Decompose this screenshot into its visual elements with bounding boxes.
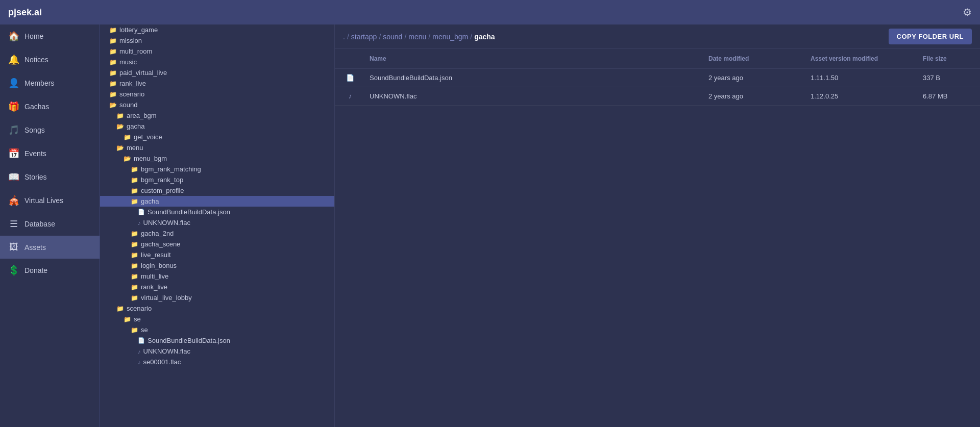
- file-list-header: Name Date modified Asset version modifie…: [335, 49, 980, 69]
- tree-item-scenario[interactable]: 📁scenario: [100, 303, 334, 314]
- copy-folder-url-button[interactable]: COPY FOLDER URL: [889, 29, 972, 44]
- sidebar-item-label-notices: Notices: [24, 56, 48, 64]
- donate-icon: 💲: [8, 265, 19, 276]
- tree-folder-icon: 📁: [109, 69, 117, 77]
- breadcrumb-link-startapp[interactable]: startapp: [351, 33, 377, 41]
- breadcrumb-separator: /: [347, 33, 349, 41]
- breadcrumb-link-menu_bgm[interactable]: menu_bgm: [432, 33, 468, 41]
- tree-item-get_voice[interactable]: 📁get_voice: [100, 132, 334, 142]
- sidebar-item-notices[interactable]: 🔔Notices: [0, 48, 100, 71]
- tree-folder-icon: 📁: [109, 37, 117, 44]
- tree-folder-icon: 📁: [116, 112, 124, 119]
- tree-item-area_bgm[interactable]: 📁area_bgm: [100, 110, 334, 121]
- tree-folder-icon: 📁: [131, 187, 138, 194]
- settings-icon[interactable]: ⚙: [963, 6, 972, 18]
- tree-item-se[interactable]: 📁se: [100, 324, 334, 335]
- tree-item-label: menu_bgm: [134, 155, 167, 162]
- database-icon: ☰: [8, 218, 19, 230]
- table-row[interactable]: ♪UNKNOWN.flac2 years ago1.12.0.256.87 MB: [335, 87, 980, 106]
- tree-item-SoundBundleBuildData-json[interactable]: 📄SoundBundleBuildData.json: [100, 335, 334, 346]
- home-icon: 🏠: [8, 31, 19, 42]
- tree-item-menu_bgm[interactable]: 📂menu_bgm: [100, 153, 334, 164]
- tree-item-gacha[interactable]: 📁gacha: [100, 196, 334, 207]
- table-row[interactable]: 📄SoundBundleBuildData.json2 years ago1.1…: [335, 69, 980, 87]
- tree-item-bgm_rank_top[interactable]: 📁bgm_rank_top: [100, 174, 334, 185]
- tree-folder-icon: 📁: [109, 48, 117, 55]
- tree-item-sound[interactable]: 📂sound: [100, 99, 334, 110]
- sidebar-item-members[interactable]: 👤Members: [0, 71, 100, 95]
- sidebar-item-label-donate: Donate: [24, 266, 47, 274]
- tree-item-label: menu: [127, 144, 143, 152]
- tree-item-mission[interactable]: 📁mission: [100, 35, 334, 46]
- tree-item-label: area_bgm: [127, 112, 157, 119]
- sidebar: 🏠Home🔔Notices👤Members🎁Gachas🎵Songs📅Event…: [0, 24, 100, 427]
- tree-item-rank_live[interactable]: 📁rank_live: [100, 78, 334, 89]
- tree-file-audio-icon: ♪: [138, 220, 141, 226]
- tree-item-custom_profile[interactable]: 📁custom_profile: [100, 185, 334, 196]
- tree-item-SoundBundleBuildData-json[interactable]: 📄SoundBundleBuildData.json: [100, 207, 334, 217]
- tree-item-label: se: [134, 315, 141, 323]
- tree-item-live_result[interactable]: 📁live_result: [100, 249, 334, 260]
- tree-item-label: se00001.flac: [143, 358, 181, 366]
- tree-item-se[interactable]: 📁se: [100, 314, 334, 324]
- sidebar-item-gachas[interactable]: 🎁Gachas: [0, 95, 100, 118]
- tree-item-gacha_2nd[interactable]: 📁gacha_2nd: [100, 228, 334, 239]
- tree-folder-icon: 📁: [131, 241, 138, 248]
- tree-folder-icon: 📁: [131, 177, 138, 184]
- sidebar-item-assets[interactable]: 🖼Assets: [0, 236, 100, 259]
- sidebar-item-stories[interactable]: 📖Stories: [0, 165, 100, 189]
- tree-item-gacha_scene[interactable]: 📁gacha_scene: [100, 239, 334, 249]
- tree-item-UNKNOWN-flac[interactable]: ♪UNKNOWN.flac: [100, 217, 334, 228]
- tree-item-label: se: [141, 326, 148, 334]
- col-icon: [335, 53, 365, 64]
- breadcrumb-bar: ./startapp/sound/menu/menu_bgm/gacha COP…: [335, 24, 980, 49]
- tree-item-virtual_live_lobby[interactable]: 📁virtual_live_lobby: [100, 292, 334, 303]
- tree-item-bgm_rank_matching[interactable]: 📁bgm_rank_matching: [100, 164, 334, 174]
- tree-item-rank_live[interactable]: 📁rank_live: [100, 282, 334, 292]
- app-header: pjsek.ai ⚙: [0, 0, 980, 24]
- tree-item-label: scenario: [127, 305, 152, 312]
- tree-item-paid_virtual_live[interactable]: 📁paid_virtual_live: [100, 67, 334, 78]
- file-name: SoundBundleBuildData.json: [365, 69, 704, 87]
- sidebar-item-events[interactable]: 📅Events: [0, 142, 100, 165]
- tree-item-label: lottery_game: [119, 26, 158, 34]
- tree-folder-icon: 📁: [131, 262, 138, 269]
- sidebar-item-home[interactable]: 🏠Home: [0, 24, 100, 48]
- tree-item-gacha[interactable]: 📂gacha: [100, 121, 334, 132]
- tree-item-scenario[interactable]: 📁scenario: [100, 89, 334, 99]
- tree-item-menu[interactable]: 📂menu: [100, 142, 334, 153]
- tree-item-multi_room[interactable]: 📁multi_room: [100, 46, 334, 57]
- content-panel: ./startapp/sound/menu/menu_bgm/gacha COP…: [335, 24, 980, 427]
- tree-folder-icon: 📁: [116, 305, 124, 312]
- events-icon: 📅: [8, 148, 19, 159]
- breadcrumb-link-.[interactable]: .: [343, 33, 345, 41]
- breadcrumb-link-sound[interactable]: sound: [383, 33, 402, 41]
- col-date: Date modified: [704, 53, 806, 64]
- tree-item-label: get_voice: [134, 133, 162, 141]
- tree-folder-icon: 📁: [131, 252, 138, 259]
- sidebar-item-database[interactable]: ☰Database: [0, 212, 100, 236]
- tree-item-label: mission: [119, 37, 142, 44]
- tree-folder-icon: 📂: [116, 144, 124, 152]
- file-date-modified: 2 years ago: [704, 87, 806, 105]
- breadcrumb-link-menu[interactable]: menu: [408, 33, 426, 41]
- tree-item-se00001-flac[interactable]: ♪se00001.flac: [100, 357, 334, 367]
- sidebar-item-donate[interactable]: 💲Donate: [0, 259, 100, 282]
- sidebar-item-songs[interactable]: 🎵Songs: [0, 118, 100, 142]
- col-name: Name: [365, 53, 704, 64]
- sidebar-item-virtual-lives[interactable]: 🎪Virtual Lives: [0, 189, 100, 212]
- tree-item-UNKNOWN-flac[interactable]: ♪UNKNOWN.flac: [100, 346, 334, 357]
- tree-item-label: bgm_rank_matching: [141, 165, 201, 173]
- tree-item-login_bonus[interactable]: 📁login_bonus: [100, 260, 334, 271]
- tree-folder-icon: 📁: [109, 91, 117, 98]
- tree-folder-icon: 📁: [109, 27, 117, 34]
- file-asset-version: 1.11.1.50: [806, 69, 919, 87]
- tree-item-music[interactable]: 📁music: [100, 57, 334, 67]
- main-layout: 🏠Home🔔Notices👤Members🎁Gachas🎵Songs📅Event…: [0, 24, 980, 427]
- sidebar-item-label-home: Home: [24, 32, 43, 40]
- tree-item-label: gacha_2nd: [141, 230, 174, 237]
- tree-item-multi_live[interactable]: 📁multi_live: [100, 271, 334, 282]
- tree-folder-icon: 📁: [131, 326, 138, 334]
- app-title: pjsek.ai: [8, 7, 42, 18]
- tree-item-lottery_game[interactable]: 📁lottery_game: [100, 24, 334, 35]
